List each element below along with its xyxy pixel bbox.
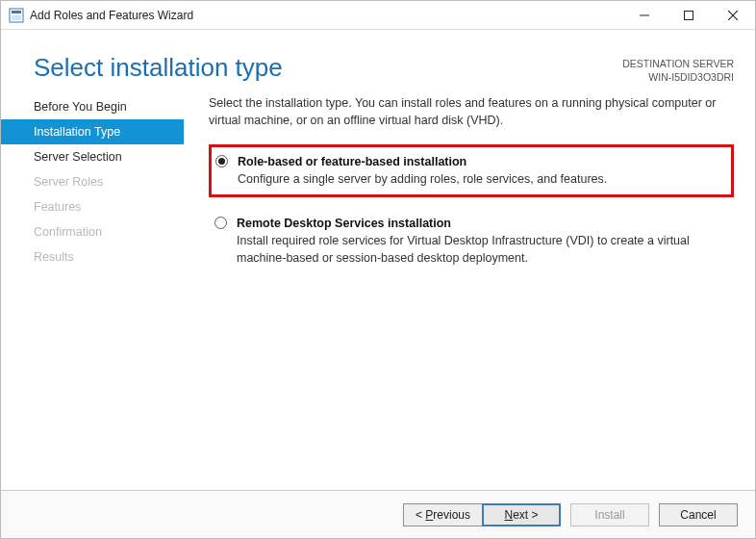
destination-label: DESTINATION SERVER (622, 57, 734, 70)
next-button[interactable]: Next > (482, 503, 561, 526)
option-role-based-desc: Configure a single server by adding role… (238, 170, 607, 188)
option-rds-text: Remote Desktop Services installation Ins… (237, 215, 724, 267)
step-installation-type[interactable]: Installation Type (1, 119, 184, 144)
minimize-button[interactable] (622, 1, 667, 30)
maximize-button[interactable] (667, 1, 711, 30)
step-server-selection[interactable]: Server Selection (1, 144, 184, 169)
close-button[interactable] (711, 1, 755, 30)
intro-text: Select the installation type. You can in… (209, 94, 734, 129)
option-role-based-title: Role-based or feature-based installation (238, 153, 607, 170)
body: Before You Begin Installation Type Serve… (1, 92, 755, 490)
app-icon (9, 8, 24, 23)
svg-rect-4 (685, 11, 693, 19)
step-confirmation: Confirmation (1, 219, 184, 244)
option-rds-title: Remote Desktop Services installation (237, 215, 724, 232)
install-button: Install (570, 503, 649, 526)
step-server-roles: Server Roles (1, 169, 184, 194)
titlebar: Add Roles and Features Wizard (1, 1, 755, 30)
destination-server-block: DESTINATION SERVER WIN-I5DID3O3DRI (622, 57, 734, 84)
footer: < Previous Next > Install Cancel (1, 490, 755, 538)
window-title: Add Roles and Features Wizard (30, 9, 622, 22)
header: Select installation type DESTINATION SER… (1, 30, 755, 92)
main-pane: Select the installation type. You can in… (184, 92, 755, 490)
cancel-button[interactable]: Cancel (659, 503, 738, 526)
step-before-you-begin[interactable]: Before You Begin (1, 94, 184, 119)
option-rds-desc: Install required role services for Virtu… (237, 232, 724, 267)
option-rds[interactable]: Remote Desktop Services installation Ins… (209, 207, 734, 274)
wizard-steps-sidebar: Before You Begin Installation Type Serve… (1, 92, 184, 490)
step-features: Features (1, 194, 184, 219)
destination-value: WIN-I5DID3O3DRI (622, 70, 734, 84)
option-role-based-text: Role-based or feature-based installation… (238, 153, 607, 188)
nav-button-group: < Previous Next > (403, 503, 561, 526)
step-results: Results (1, 244, 184, 270)
radio-rds[interactable] (214, 217, 227, 229)
svg-rect-2 (12, 15, 21, 20)
radio-role-based[interactable] (215, 155, 228, 167)
option-role-based[interactable]: Role-based or feature-based installation… (209, 144, 734, 196)
svg-rect-1 (12, 11, 21, 13)
previous-button[interactable]: < Previous (403, 503, 482, 526)
